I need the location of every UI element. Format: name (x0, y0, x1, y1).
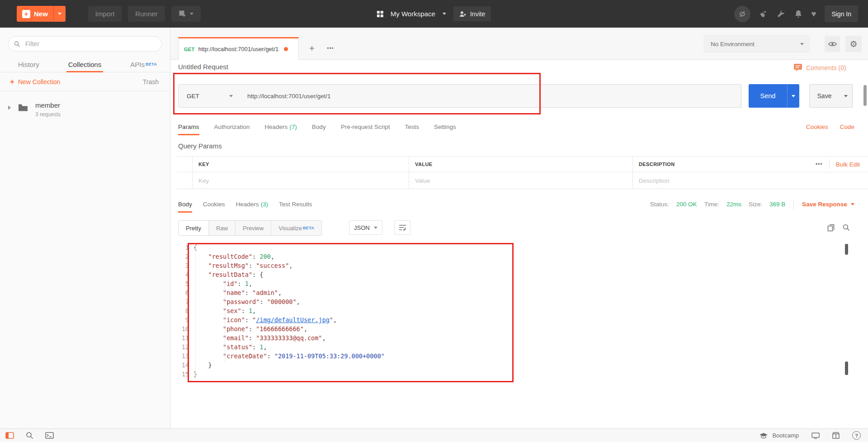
send-options-caret[interactable] (787, 84, 799, 108)
view-raw[interactable]: Raw (209, 221, 236, 235)
new-button[interactable]: + New (17, 6, 66, 22)
chevron-right-icon[interactable] (8, 105, 11, 110)
method-selector[interactable]: GET (178, 84, 241, 108)
request-tab-active[interactable]: GET http://localhost:7001/user/get/1 (178, 37, 299, 60)
code-line: 1{ (176, 243, 850, 252)
view-pretty[interactable]: Pretty (179, 221, 209, 235)
trash-button[interactable]: Trash (143, 78, 159, 86)
status-bar-right: Bootcamp ? (759, 429, 861, 442)
comments-label: Comments (0) (806, 64, 846, 71)
tab-authorization[interactable]: Authorization (214, 119, 250, 135)
response-format-selector[interactable]: JSON (349, 220, 382, 235)
tab-pre-request-script[interactable]: Pre-request Script (341, 119, 390, 135)
new-window-button[interactable] (171, 6, 201, 22)
tab-method-badge: GET (184, 47, 195, 52)
tab-apis[interactable]: APIs BETA (130, 57, 157, 72)
settings-button[interactable] (777, 10, 786, 19)
json-link[interactable]: /img/defaultUser.jpg (256, 316, 330, 323)
save-options-caret[interactable] (839, 84, 853, 108)
notifications-button[interactable] (794, 10, 802, 19)
tab-options-button[interactable]: ••• (322, 42, 339, 55)
response-body-viewer[interactable]: 1{2 "resultCode": 200,3 "resultMsg": "su… (176, 243, 850, 379)
response-headers-label: Headers (236, 201, 259, 208)
param-description-input[interactable]: Description (633, 172, 868, 189)
toggle-sidebar-button[interactable] (5, 432, 14, 439)
collection-name: member (35, 101, 60, 109)
send-button[interactable]: Send (749, 84, 787, 108)
tab-history[interactable]: History (18, 57, 39, 72)
wrap-lines-button[interactable] (394, 220, 410, 235)
sync-off-button[interactable] (734, 6, 750, 22)
tab-headers[interactable]: Headers (7) (264, 119, 297, 135)
environment-selector[interactable]: No Environment (703, 35, 810, 53)
sign-in-button[interactable]: Sign In (825, 5, 858, 22)
view-preview[interactable]: Preview (236, 221, 271, 235)
import-button[interactable]: Import (88, 6, 122, 22)
console-button[interactable] (45, 432, 54, 439)
view-visualize-label: Visualize (278, 225, 302, 232)
editor-scrollbar-thumb[interactable] (845, 244, 848, 255)
request-links: Cookies Code (806, 119, 854, 135)
environment-quick-look-button[interactable] (825, 36, 840, 52)
filter-input[interactable] (24, 40, 156, 48)
response-tab-body[interactable]: Body (178, 196, 192, 213)
tab-tests[interactable]: Tests (405, 119, 419, 135)
top-bar-right: ♥ Sign In (734, 0, 858, 28)
satellite-icon (759, 10, 768, 19)
tab-body[interactable]: Body (312, 119, 326, 135)
params-menu-icon[interactable]: ••• (816, 161, 823, 167)
divider (829, 160, 830, 169)
new-button-main[interactable]: + New (17, 6, 53, 22)
response-tab-test-results[interactable]: Test Results (279, 196, 312, 213)
size-value: 369 B (769, 201, 785, 208)
search-response-button[interactable] (840, 221, 853, 234)
invite-button[interactable]: Invite (453, 6, 491, 21)
open-new-tab-button[interactable]: + (305, 42, 319, 55)
tab-params[interactable]: Params (178, 119, 199, 135)
find-button[interactable] (26, 432, 33, 439)
help-button[interactable]: ? (852, 431, 861, 440)
comments-button[interactable]: Comments (0) (793, 63, 846, 72)
code-link[interactable]: Code (840, 124, 854, 130)
collection-item-member[interactable]: member 3 requests (0, 96, 170, 122)
line-number: 7 (176, 297, 193, 306)
workspace-switcher[interactable]: My Workspace Invite (377, 0, 491, 28)
cookies-link[interactable]: Cookies (806, 124, 828, 130)
favorites-button[interactable]: ♥ (811, 9, 816, 19)
view-visualize[interactable]: Visualize BETA (271, 221, 321, 235)
bulk-edit-link[interactable]: Bulk Edit (836, 161, 860, 168)
code-line: 6 "name": "admin", (176, 288, 850, 297)
new-dropdown-caret[interactable] (53, 6, 66, 22)
window-scrollbar-thumb[interactable] (863, 85, 867, 106)
copy-response-button[interactable] (825, 221, 837, 234)
divider (793, 200, 794, 209)
response-tab-headers[interactable]: Headers (3) (236, 196, 269, 213)
bootcamp-button[interactable]: Bootcamp (759, 432, 799, 439)
runner-button[interactable]: Runner (128, 6, 165, 22)
search-icon (26, 432, 33, 439)
code-text: "password": "000000", (193, 297, 300, 306)
plus-icon: + (309, 43, 315, 54)
new-collection-button[interactable]: + New Collection (10, 77, 60, 86)
shortcuts-button[interactable] (811, 432, 820, 439)
params-description-header: DESCRIPTION ••• Bulk Edit (633, 157, 868, 172)
editor-scrollbar-thumb[interactable] (845, 361, 848, 375)
chevron-down-icon (844, 95, 848, 97)
save-button[interactable]: Save (809, 84, 840, 108)
status-button[interactable] (759, 10, 768, 19)
tab-settings[interactable]: Settings (434, 119, 456, 135)
line-number: 3 (176, 261, 193, 270)
help-icon: ? (852, 431, 861, 440)
filter-box[interactable] (8, 36, 162, 52)
top-bar: + New Import Runner My Workspace (0, 0, 868, 28)
url-input[interactable] (240, 85, 741, 107)
environment-settings-button[interactable]: ⚙ (845, 36, 862, 52)
build-browse-button[interactable] (832, 432, 840, 439)
save-response-button[interactable]: Save Response (802, 201, 854, 208)
response-tab-cookies[interactable]: Cookies (203, 196, 225, 213)
param-key-input[interactable]: Key (193, 172, 409, 189)
tab-collections[interactable]: Collections (68, 57, 101, 72)
param-value-input[interactable]: Value (409, 172, 633, 189)
params-row-handle[interactable] (176, 172, 193, 189)
new-button-label: New (34, 10, 48, 18)
